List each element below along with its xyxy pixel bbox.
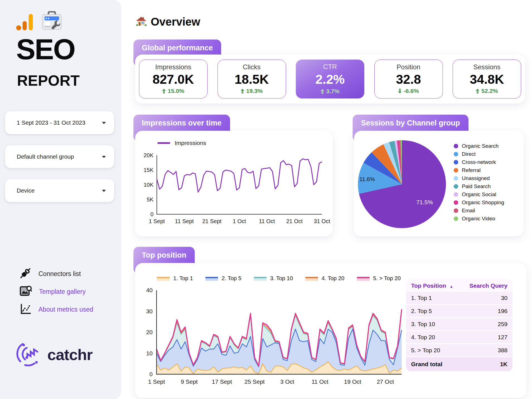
filter-dropdown-label: 1 Sept 2023 - 31 Oct 2023 xyxy=(17,119,85,126)
table-cell-queries: 127 xyxy=(498,334,507,341)
pie-legend-item: Organic Shopping xyxy=(454,198,504,206)
kpi-label: CTR xyxy=(323,63,337,71)
kpi-card-clicks: Clicks18.5K19.3% xyxy=(218,60,286,98)
table-header-row: Top Position ▲ Search Query xyxy=(406,279,513,292)
impressions-legend: Impressions xyxy=(157,140,206,146)
kpi-label: Clicks xyxy=(243,63,261,71)
legend-label: 2. Top 5 xyxy=(222,275,241,282)
filter-dropdown-1[interactable]: Default channel group xyxy=(5,145,114,168)
svg-text:0: 0 xyxy=(149,371,153,377)
kpi-card-row: Impressions827.0K15.0%Clicks18.5K19.3%CT… xyxy=(135,55,525,104)
table-row: 4. Top 20127 xyxy=(406,331,513,344)
legend-color-dot xyxy=(454,216,458,221)
svg-text:11 Sept: 11 Sept xyxy=(175,218,194,224)
kpi-delta: 3.7% xyxy=(321,88,340,95)
top-legend-item: 3. Top 10 xyxy=(254,275,293,282)
impressions-chart-card: Impressions 05K10K15K20K1 Sept11 Sept21 … xyxy=(135,131,333,236)
kpi-value: 18.5K xyxy=(235,73,269,86)
sessions-pie-card: 71.5%11.6% Organic SearchDirectCross-net… xyxy=(354,131,524,236)
filter-dropdown-2[interactable]: Device xyxy=(5,179,114,202)
legend-label: Organic Video xyxy=(462,216,495,222)
kpi-delta: 15.0% xyxy=(162,88,184,94)
kpi-delta-value: 19.3% xyxy=(246,88,263,94)
svg-text:71.5%: 71.5% xyxy=(416,199,433,205)
arrow-up-icon xyxy=(162,89,166,93)
svg-text:9 Sept: 9 Sept xyxy=(181,378,198,385)
kpi-card-position: Position32.8-6.6% xyxy=(374,60,443,98)
sidebar-subtitle: REPORT xyxy=(17,72,80,89)
legend-label: Referral xyxy=(462,167,481,173)
impressions-line-chart: 05K10K15K20K1 Sept11 Sept21 Sept1 Oct11 … xyxy=(135,131,333,236)
catchr-logo: catchr xyxy=(14,340,92,369)
svg-text:21 Sept: 21 Sept xyxy=(202,218,221,224)
svg-text:11 Oct: 11 Oct xyxy=(259,218,275,224)
svg-text:10: 10 xyxy=(146,350,153,356)
svg-text:31 Oct: 31 Oct xyxy=(314,218,330,224)
table-cell-queries: 196 xyxy=(498,308,507,314)
table-cell-position: 3. Top 10 xyxy=(411,321,435,327)
table-header-position[interactable]: Top Position xyxy=(411,282,446,289)
legend-label: Organic Search xyxy=(462,143,499,149)
page-title: Overview xyxy=(151,16,200,28)
arrow-up-icon xyxy=(241,89,244,93)
table-header-search-query[interactable]: Search Query xyxy=(469,282,507,289)
legend-label: 5. > Top 20 xyxy=(373,275,401,282)
pie-legend-item: Referral xyxy=(454,166,504,174)
google-analytics-icon xyxy=(16,13,33,32)
gallery-icon xyxy=(19,285,32,298)
sidebar: SEO REPORT 1 Sept 2023 - 31 Oct 2023Defa… xyxy=(0,0,121,399)
legend-swatch xyxy=(305,276,318,281)
kpi-card-sessions: Sessions34.8K52.2% xyxy=(453,60,521,98)
sidebar-title: SEO xyxy=(16,33,75,66)
filter-list: 1 Sept 2023 - 31 Oct 2023Default channel… xyxy=(5,111,114,213)
sidebar-link-template-gallery[interactable]: Template gallery xyxy=(19,285,93,298)
filter-dropdown-0[interactable]: 1 Sept 2023 - 31 Oct 2023 xyxy=(5,111,114,134)
pie-legend-item: Unassigned xyxy=(454,174,504,182)
table-cell-position: 5. > Top 20 xyxy=(411,347,440,354)
chevron-down-icon xyxy=(102,156,106,158)
kpi-delta: 52.2% xyxy=(476,88,498,94)
legend-label: Organic Social xyxy=(462,191,496,198)
table-row: 3. Top 10259 xyxy=(406,318,513,331)
kpi-label: Position xyxy=(397,63,420,71)
plug-icon xyxy=(19,267,31,280)
top-position-card: 1. Top 12. Top 53. Top 104. Top 205. > T… xyxy=(135,263,526,398)
svg-text:1 Oct: 1 Oct xyxy=(233,218,246,224)
svg-text:20: 20 xyxy=(146,329,153,335)
svg-text:1 Sept: 1 Sept xyxy=(148,378,165,385)
table-row: 2. Top 5196 xyxy=(406,305,513,318)
svg-text:19 Oct: 19 Oct xyxy=(344,378,361,385)
legend-swatch xyxy=(157,276,170,281)
seo-report-page: SEO REPORT 1 Sept 2023 - 31 Oct 2023Defa… xyxy=(0,0,532,399)
legend-label: Direct xyxy=(462,151,476,157)
legend-color-dot xyxy=(454,208,458,213)
pie-legend-item: Organic Video xyxy=(454,215,504,223)
svg-text:11 Oct: 11 Oct xyxy=(312,378,328,385)
kpi-value: 827.0K xyxy=(153,73,194,86)
impressions-legend-label: Impressions xyxy=(175,140,206,146)
svg-text:3 Oct: 3 Oct xyxy=(280,378,294,385)
pie-legend-item: Paid Search xyxy=(454,182,504,190)
house-icon xyxy=(136,16,147,28)
filter-dropdown-label: Default channel group xyxy=(17,153,74,160)
grand-total-label: Grand total xyxy=(411,361,442,368)
sidebar-link-connectors-list[interactable]: Connectors list xyxy=(19,268,93,280)
filter-dropdown-label: Device xyxy=(17,187,35,194)
table-row: 5. > Top 20388 xyxy=(406,344,513,357)
svg-text:11.6%: 11.6% xyxy=(359,176,375,182)
svg-text:20K: 20K xyxy=(143,152,153,158)
table-cell-position: 1. Top 1 xyxy=(411,295,432,301)
sort-ascending-icon[interactable]: ▲ xyxy=(450,284,453,289)
legend-swatch-fill xyxy=(357,278,370,281)
legend-color-dot xyxy=(454,176,458,181)
pie-legend-item: Email xyxy=(454,206,504,215)
top-position-table: Top Position ▲ Search Query 1. Top 1302.… xyxy=(406,279,513,371)
table-cell-position: 4. Top 20 xyxy=(411,334,435,341)
table-cell-position: 2. Top 5 xyxy=(411,308,432,314)
svg-text:0: 0 xyxy=(150,211,153,217)
kpi-label: Impressions xyxy=(155,63,191,71)
legend-color-dot xyxy=(454,152,458,156)
sidebar-link-about-metrics-used[interactable]: About metrics used xyxy=(19,303,93,316)
kpi-value: 32.8 xyxy=(396,73,421,86)
legend-color-dot xyxy=(454,200,458,205)
